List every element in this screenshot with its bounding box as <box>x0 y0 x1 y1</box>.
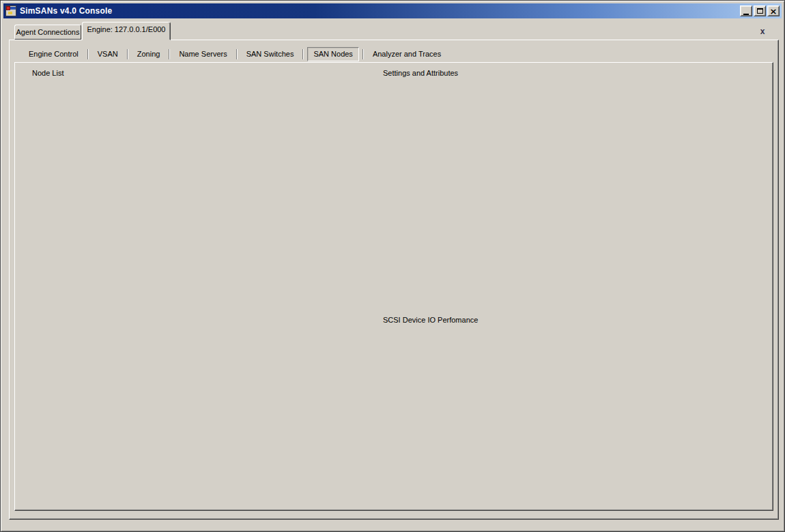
tab-agent-connections[interactable]: Agent Connections <box>14 25 81 40</box>
san-nodes-tab-page <box>14 62 773 511</box>
app-window: SimSANs v4.0 Console × Agent Connections… <box>0 0 785 532</box>
minimize-icon <box>743 14 749 15</box>
tab-san-nodes[interactable]: SAN Nodes <box>307 47 358 61</box>
window-title: SimSANs v4.0 Console <box>20 6 112 16</box>
maximize-icon <box>757 8 763 14</box>
tab-name-servers[interactable]: Name Servers <box>170 47 235 61</box>
tab-san-switches[interactable]: SAN Switches <box>238 47 303 61</box>
san-tabs: Engine ControlVSANZoningName ServersSAN … <box>20 46 450 63</box>
tab-engine-control[interactable]: Engine Control <box>20 47 87 61</box>
minimize-button[interactable] <box>740 5 752 16</box>
tab-zoning[interactable]: Zoning <box>128 47 169 61</box>
tab-engine[interactable]: Engine: 127.0.0.1/E000 <box>82 22 171 40</box>
app-icon <box>5 5 16 16</box>
tab-separator <box>302 49 304 59</box>
tab-vsan[interactable]: VSAN <box>89 47 127 61</box>
tab-analyzer-and-traces[interactable]: Analyzer and Traces <box>364 47 450 61</box>
node-list-group-title: Node List <box>29 69 66 77</box>
tab-close-icon[interactable]: x <box>757 27 768 38</box>
titlebar[interactable]: SimSANs v4.0 Console × <box>3 3 782 18</box>
settings-group-title: Settings and Attributes <box>380 69 461 77</box>
maximize-button[interactable] <box>754 5 766 16</box>
close-icon: × <box>770 8 777 15</box>
close-button[interactable]: × <box>767 5 780 16</box>
scsi-group-title: SCSI Device IO Perfomance <box>380 316 481 324</box>
